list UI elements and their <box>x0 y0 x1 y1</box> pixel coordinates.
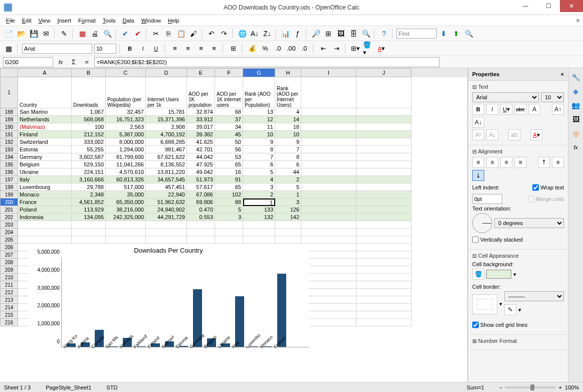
cell[interactable]: 50 <box>215 138 243 146</box>
panel-bold-icon[interactable]: B <box>472 104 484 115</box>
cell[interactable]: 1,067 <box>72 108 106 116</box>
panel-super-icon[interactable]: A² <box>472 129 484 140</box>
degrees-select[interactable]: 0 degrees <box>494 218 564 228</box>
cell[interactable]: 44 <box>275 168 301 176</box>
email-icon[interactable]: ✉ <box>41 28 52 39</box>
valign-mid-btn[interactable]: ≡ <box>552 157 564 168</box>
cell[interactable]: 4 <box>275 108 301 116</box>
cell[interactable]: 4 <box>243 176 275 183</box>
cell[interactable]: 8 <box>275 153 301 161</box>
cell[interactable]: Switzerland <box>18 138 72 146</box>
orientation-dial[interactable] <box>472 213 492 233</box>
cell[interactable]: Netherlands <box>18 116 72 123</box>
menu-file[interactable]: File <box>3 17 18 25</box>
col-header[interactable]: G <box>243 68 275 77</box>
col-header[interactable]: I <box>301 68 356 77</box>
menu-tools[interactable]: Tools <box>100 17 119 25</box>
pdf-icon[interactable]: ▦ <box>77 28 88 39</box>
cell[interactable]: 13,811,220 <box>146 168 187 176</box>
cell[interactable]: 5 <box>215 206 243 214</box>
dec-indent-icon[interactable]: ⇤ <box>318 43 329 54</box>
cell[interactable]: 133 <box>243 206 275 214</box>
cell[interactable]: 10 <box>275 131 301 138</box>
navigator-icon[interactable]: ⊞ <box>323 28 334 39</box>
cell[interactable]: 2 <box>243 191 275 199</box>
cell[interactable]: 568,068 <box>72 116 106 123</box>
cell[interactable]: 242,325,000 <box>106 214 146 221</box>
cell[interactable]: 3,160,666 <box>72 176 106 183</box>
percent-icon[interactable]: % <box>260 43 271 54</box>
cell[interactable]: 15,781 <box>146 108 187 116</box>
border-style-select[interactable]: ——— <box>504 291 564 301</box>
sidetab-navigator-icon[interactable]: 🖼 <box>570 113 582 125</box>
cell[interactable]: 5 <box>275 183 301 191</box>
cell[interactable]: 68 <box>215 108 243 116</box>
zoom-icon[interactable]: 🔍 <box>360 28 371 39</box>
align-justify-icon[interactable]: ≡ <box>209 43 220 54</box>
gallery-icon[interactable]: 🖼 <box>335 28 346 39</box>
cell[interactable]: 333,002 <box>72 138 106 146</box>
menu-view[interactable]: View <box>36 17 54 25</box>
cell[interactable]: 55,255 <box>72 146 106 153</box>
find-input[interactable] <box>397 29 437 39</box>
cell[interactable]: 16 <box>215 168 243 176</box>
col-header[interactable]: A <box>18 68 72 77</box>
cell[interactable]: 45 <box>215 131 243 138</box>
panel-fontcolor-icon[interactable]: A▾ <box>530 129 542 140</box>
copy-icon[interactable]: ⎘ <box>163 28 174 39</box>
cell[interactable]: 134,095 <box>72 214 106 221</box>
cell[interactable]: 6 <box>275 161 301 168</box>
cell[interactable]: Finland <box>18 131 72 138</box>
format-paint-icon[interactable]: 🖌 <box>188 28 199 39</box>
cell[interactable]: 1,294,000 <box>106 146 146 153</box>
embedded-chart[interactable]: Downloads Per Country 01,000,0002,000,00… <box>28 244 309 359</box>
undo-icon[interactable]: ↶ <box>206 28 217 39</box>
find-icon[interactable]: 🔎 <box>310 28 321 39</box>
italic-icon[interactable]: I <box>137 43 148 54</box>
panel-grow-icon[interactable]: A↑ <box>552 104 564 115</box>
cell[interactable]: 67.086 <box>187 191 215 199</box>
panel-italic-icon[interactable]: I <box>486 104 498 115</box>
cell[interactable]: 4,700,192 <box>146 131 187 138</box>
open-icon[interactable]: 📂 <box>16 28 27 39</box>
panel-underline-icon[interactable]: U▾ <box>500 104 512 115</box>
cell[interactable]: 11,041,266 <box>106 161 146 168</box>
border-preview[interactable] <box>472 294 497 314</box>
cell[interactable]: 4,570,610 <box>106 168 146 176</box>
cell[interactable]: 7 <box>275 146 301 153</box>
bgcolor-icon[interactable]: 🪣▾ <box>363 43 374 54</box>
col-header[interactable]: F <box>215 68 243 77</box>
new-icon[interactable]: 📄 <box>3 28 14 39</box>
cell[interactable]: 34 <box>215 123 243 131</box>
find-next-icon[interactable]: ⬇ <box>438 28 449 39</box>
inc-indent-icon[interactable]: ⇥ <box>331 43 342 54</box>
formula-input[interactable] <box>94 57 440 67</box>
align-left-btn[interactable]: ≡ <box>472 157 484 168</box>
sum-icon[interactable]: Σ <box>68 57 79 68</box>
cell[interactable]: 15,371,396 <box>146 116 187 123</box>
menu-help[interactable]: Help <box>165 17 182 25</box>
vstack-checkbox[interactable]: Vertically stacked <box>472 235 523 245</box>
maximize-button[interactable]: ☐ <box>537 0 560 12</box>
cell[interactable]: 44.042 <box>187 153 215 161</box>
cell[interactable]: 34,657,545 <box>146 176 187 183</box>
menu-window[interactable]: Window <box>138 17 164 25</box>
function-wizard-icon[interactable]: fx <box>55 57 66 68</box>
cell[interactable]: 1 <box>275 191 301 199</box>
cell[interactable]: 65 <box>215 183 243 191</box>
number-icon[interactable]: .0 <box>273 43 284 54</box>
cell[interactable]: 113,929 <box>72 206 106 214</box>
sidetab-styles-icon[interactable]: ◆ <box>570 85 582 97</box>
cell[interactable]: 7 <box>243 153 275 161</box>
panel-sub-icon[interactable]: A₂ <box>486 129 498 140</box>
cell[interactable]: 132 <box>243 214 275 221</box>
spellcheck-icon[interactable]: ✔ <box>120 28 131 39</box>
fill-icon[interactable]: 🪣 <box>472 269 484 280</box>
cell[interactable]: Poland <box>18 206 72 214</box>
cell[interactable]: 56 <box>215 146 243 153</box>
cell[interactable]: 51,962,632 <box>146 199 187 206</box>
indent-input[interactable] <box>472 194 502 204</box>
cell[interactable]: 102 <box>215 191 243 199</box>
cell[interactable]: Indonesia <box>18 214 72 221</box>
zoom-out-icon[interactable]: − <box>499 384 502 390</box>
